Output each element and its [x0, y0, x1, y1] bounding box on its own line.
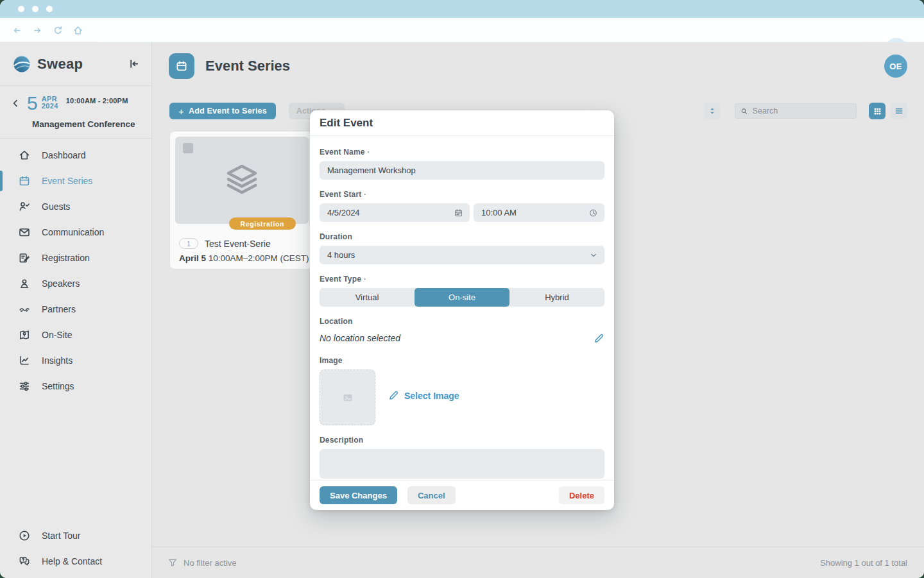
- sidebar-item-event-series[interactable]: Event Series: [0, 168, 151, 194]
- sidebar-item-registration[interactable]: Registration: [0, 245, 151, 271]
- delete-button[interactable]: Delete: [559, 486, 604, 504]
- mail-icon: [18, 226, 31, 239]
- page-title: Event Series: [205, 58, 884, 74]
- event-series-card[interactable]: Registration 1 Test Event-Serie April 5 …: [169, 131, 314, 269]
- select-image-link[interactable]: Select Image: [388, 390, 459, 401]
- sidebar-logo-row: Sweap: [0, 42, 151, 86]
- description-label: Description: [320, 436, 604, 445]
- sidebar-item-label: On-Site: [42, 330, 72, 340]
- browser-window: app.sweap.io Sweap 5: [0, 0, 924, 578]
- showing-count: Showing 1 out of 1 total: [820, 558, 907, 568]
- location-value: No location selected: [320, 333, 594, 343]
- save-changes-button[interactable]: Save Changes: [320, 486, 397, 504]
- duration-select[interactable]: 4 hours: [320, 246, 604, 264]
- content-footer: No filter active Showing 1 out of 1 tota…: [152, 547, 924, 578]
- page-calendar-icon: [169, 53, 194, 79]
- card-date: April 5 10:00AM–2:00PM (CEST): [179, 253, 314, 263]
- description-textarea[interactable]: [320, 449, 604, 479]
- home-icon[interactable]: [73, 25, 83, 36]
- view-tools: [704, 103, 907, 119]
- modal-body: Event Name Event Start Duration 4 hours …: [310, 136, 614, 481]
- sidebar-item-label: Communication: [42, 227, 104, 237]
- event-type-option-virtual[interactable]: Virtual: [320, 288, 415, 307]
- sidebar-item-on-site[interactable]: On-Site: [0, 322, 151, 348]
- maximize-window-button[interactable]: [46, 6, 53, 12]
- browser-toolbar: app.sweap.io: [0, 18, 924, 42]
- minimize-window-button[interactable]: [32, 6, 38, 12]
- cancel-button[interactable]: Cancel: [407, 486, 456, 504]
- play-circle-icon: [18, 529, 31, 542]
- sidebar-item-label: Speakers: [42, 278, 80, 289]
- duration-label: Duration: [320, 232, 604, 241]
- grid-view-button[interactable]: [869, 103, 886, 119]
- sidebar-item-label: Guests: [42, 201, 70, 212]
- form-pen-icon: [18, 251, 31, 264]
- sidebar-nav: Dashboard Event Series Guests Communicat…: [0, 139, 151, 399]
- sort-arrows-icon: [708, 106, 717, 115]
- filter-status: No filter active: [167, 557, 236, 568]
- sidebar-item-insights[interactable]: Insights: [0, 348, 151, 373]
- event-name-input[interactable]: [320, 161, 604, 180]
- card-checkbox[interactable]: [183, 143, 193, 153]
- image-placeholder[interactable]: [320, 370, 375, 425]
- location-label: Location: [320, 317, 604, 326]
- event-type-label: Event Type: [320, 275, 604, 284]
- sidebar-item-communication[interactable]: Communication: [0, 219, 151, 245]
- sidebar-item-label: Registration: [42, 253, 90, 263]
- sidebar-item-label: Partners: [42, 304, 76, 314]
- collapse-sidebar-icon[interactable]: [128, 58, 140, 70]
- chart-icon: [18, 354, 31, 367]
- event-context: 5 APR 2024 10:00AM - 2:00PM Management C…: [0, 86, 151, 139]
- sidebar-item-start-tour[interactable]: Start Tour: [0, 523, 151, 548]
- close-window-button[interactable]: [18, 6, 24, 12]
- event-count-badge: 1: [179, 238, 198, 249]
- event-name-label: Event Name: [320, 148, 604, 157]
- page-header: Event Series OE: [152, 42, 924, 90]
- search-icon: [740, 107, 748, 115]
- handshake-icon: [18, 303, 31, 316]
- guest-check-icon: [18, 200, 31, 213]
- modal-title: Edit Event: [320, 117, 373, 130]
- card-title: Test Event-Serie: [205, 239, 271, 249]
- event-type-option-on-site[interactable]: On-site: [415, 288, 509, 307]
- event-date-input[interactable]: [320, 203, 470, 222]
- sort-button[interactable]: [704, 103, 721, 119]
- event-type-option-hybrid[interactable]: Hybrid: [509, 288, 604, 307]
- search-input[interactable]: [753, 106, 851, 115]
- browser-titlebar: [0, 0, 924, 18]
- sidebar-item-partners[interactable]: Partners: [0, 296, 151, 322]
- edit-location-pencil-icon[interactable]: [594, 333, 604, 344]
- user-avatar[interactable]: OE: [884, 55, 907, 78]
- add-event-to-series-button[interactable]: + Add Event to Series: [169, 103, 276, 119]
- image-icon: [342, 392, 354, 404]
- sweap-logo-icon: [13, 55, 31, 73]
- edit-event-modal: Edit Event Event Name Event Start Durati…: [310, 110, 614, 510]
- add-event-label: Add Event to Series: [189, 106, 267, 115]
- list-icon: [894, 106, 903, 115]
- speaker-person-icon: [18, 277, 31, 290]
- map-pin-icon: [18, 328, 31, 341]
- filter-funnel-icon: [167, 557, 178, 568]
- plus-icon: +: [178, 106, 184, 116]
- sidebar-item-settings[interactable]: Settings: [0, 373, 151, 399]
- sliders-icon: [18, 380, 31, 393]
- image-label: Image: [320, 356, 604, 365]
- layers-icon: [225, 164, 259, 196]
- search-box: [735, 103, 857, 119]
- window-controls[interactable]: [18, 6, 53, 12]
- event-context-title: Management Conference: [32, 119, 142, 129]
- list-view-button[interactable]: [891, 103, 907, 119]
- back-icon[interactable]: [12, 25, 22, 36]
- sidebar-item-speakers[interactable]: Speakers: [0, 271, 151, 296]
- sidebar-item-help-contact[interactable]: Help & Contact: [0, 548, 151, 574]
- sidebar-item-guests[interactable]: Guests: [0, 194, 151, 219]
- back-chevron-icon[interactable]: [10, 98, 21, 108]
- reload-icon[interactable]: [53, 25, 64, 36]
- event-type-segmented-control: Virtual On-site Hybrid: [320, 288, 604, 307]
- forward-icon[interactable]: [32, 25, 43, 36]
- sidebar-item-dashboard[interactable]: Dashboard: [0, 142, 151, 168]
- sidebar-item-label: Dashboard: [42, 150, 86, 160]
- registration-status-badge: Registration: [229, 217, 296, 230]
- grid-icon: [873, 107, 882, 115]
- event-time-input[interactable]: [474, 203, 604, 222]
